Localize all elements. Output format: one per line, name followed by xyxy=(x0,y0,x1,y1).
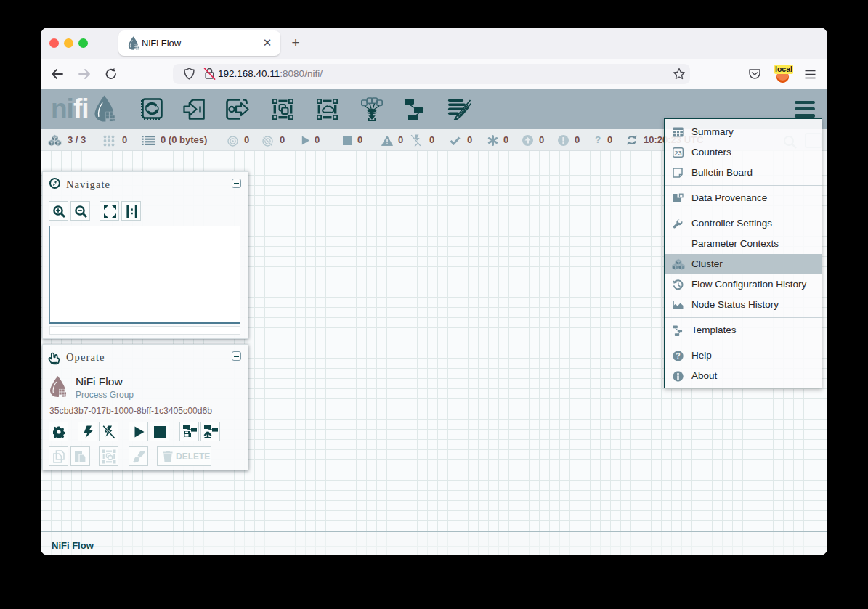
svg-text:?: ? xyxy=(676,351,680,360)
svg-text:23: 23 xyxy=(674,150,681,157)
